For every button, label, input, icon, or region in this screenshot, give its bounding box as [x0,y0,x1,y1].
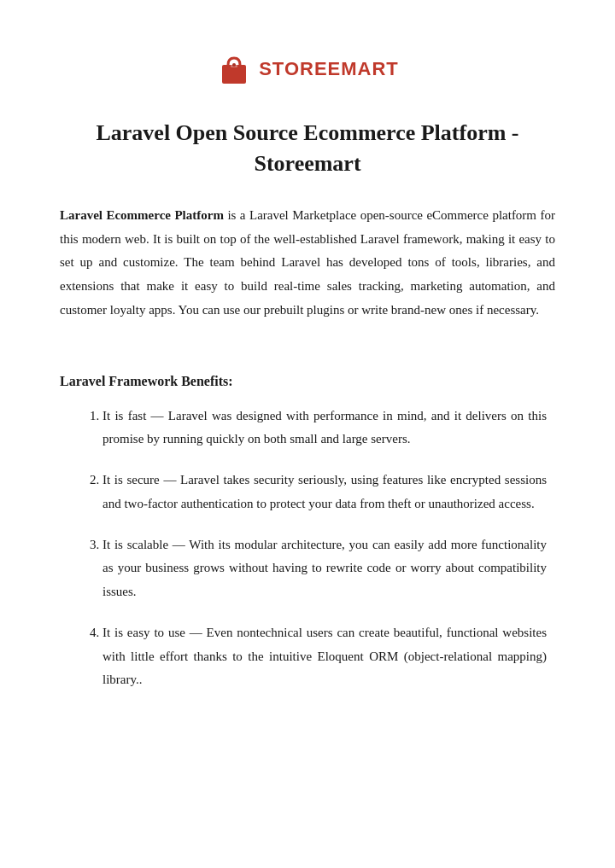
intro-bold-phrase: Laravel Ecommerce Platform [60,208,224,222]
intro-body: is a Laravel Marketplace open-source eCo… [60,208,555,317]
benefit-item-4: It is easy to use — Even nontechnical us… [102,621,555,692]
benefits-section: Laravel Framework Benefits: It is fast —… [60,374,555,693]
benefits-list: It is fast — Laravel was designed with p… [60,405,555,693]
svg-rect-0 [222,65,246,84]
benefit-item-1: It is fast — Laravel was designed with p… [102,405,555,452]
logo-container: STOREEMART [216,51,399,87]
shopping-bag-icon [216,51,252,87]
intro-paragraph: Laravel Ecommerce Platform is a Laravel … [60,204,555,323]
benefit-item-3: It is scalable — With its modular archit… [102,533,555,604]
page-title: Laravel Open Source Ecommerce Platform -… [60,118,555,180]
logo-text: STOREEMART [259,58,399,80]
section-title: Laravel Framework Benefits: [60,374,555,389]
benefit-item-2: It is secure — Laravel takes security se… [102,469,555,516]
header: STOREEMART [60,34,555,87]
svg-point-2 [232,63,236,67]
